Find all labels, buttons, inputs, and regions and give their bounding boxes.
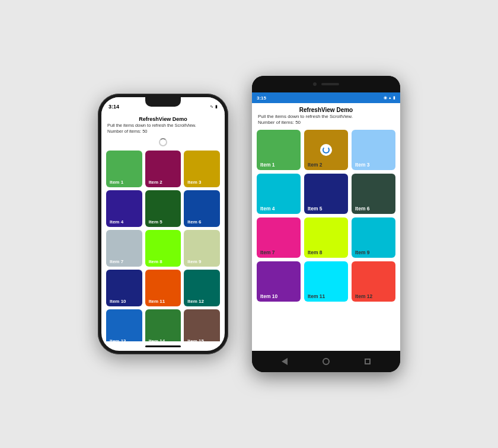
android-phone: 3:15 ◉ ▴ ▮ RefreshView Demo Pull the ite…	[252, 76, 400, 372]
android-grid-item-5[interactable]: Item 5	[304, 174, 348, 214]
android-grid-item-2[interactable]: Item 2	[304, 130, 348, 170]
ios-app-title: RefreshView Demo	[107, 116, 219, 122]
android-navigation-bar	[252, 351, 400, 372]
android-grid-item-8[interactable]: Item 8	[304, 217, 348, 258]
android-grid-item-12[interactable]: Item 12	[352, 261, 395, 302]
ios-home-indicator	[145, 345, 181, 347]
android-items-grid: Item 1Item 2Item 3Item 4Item 5Item 6Item…	[257, 130, 395, 302]
ios-grid-item-6[interactable]: Item 6	[184, 190, 220, 227]
ios-grid-item-13[interactable]: Item 13	[106, 309, 142, 341]
recents-icon	[365, 359, 371, 364]
android-wifi-icon: ▴	[389, 95, 391, 100]
android-app-title: RefreshView Demo	[258, 107, 394, 113]
android-grid-item-6[interactable]: Item 6	[352, 174, 395, 214]
android-status-icons: ◉ ▴ ▮	[384, 95, 395, 100]
ios-subtitle: Pull the items down to refresh the Scrol…	[107, 123, 219, 128]
android-time: 3:15	[257, 95, 266, 101]
android-grid-item-11[interactable]: Item 11	[304, 261, 348, 302]
ios-status-icons: ∿ ▮	[210, 104, 218, 109]
ios-status-bar: 3:14 ∿ ▮	[101, 97, 225, 114]
android-grid-item-7[interactable]: Item 7	[257, 217, 301, 258]
ios-grid-container[interactable]: Item 1Item 2Item 3Item 4Item 5Item 6Item…	[101, 148, 225, 341]
ios-items-grid: Item 1Item 2Item 3Item 4Item 5Item 6Item…	[106, 151, 220, 341]
ios-grid-item-1[interactable]: Item 1	[106, 151, 142, 187]
ios-grid-item-5[interactable]: Item 5	[145, 190, 181, 227]
ios-notch	[145, 97, 181, 107]
android-back-button[interactable]	[280, 357, 289, 366]
refresh-icon	[323, 146, 330, 153]
ios-header: RefreshView Demo Pull the items down to …	[101, 114, 225, 136]
android-subtitle: Pull the items down to refresh the Scrol…	[258, 114, 394, 119]
android-grid-item-3[interactable]: Item 3	[352, 130, 395, 170]
ios-item-count: Number of items: 50	[107, 129, 219, 134]
ios-grid-item-10[interactable]: Item 10	[106, 270, 142, 306]
ios-home-bar	[101, 341, 225, 351]
back-icon	[282, 358, 288, 365]
ios-content: RefreshView Demo Pull the items down to …	[101, 114, 225, 341]
ios-grid-item-15[interactable]: Item 15	[184, 309, 220, 341]
wifi-icon: ∿	[210, 104, 213, 109]
android-front-camera	[313, 82, 317, 86]
ios-grid-item-14[interactable]: Item 14	[145, 309, 181, 341]
ios-grid-item-9[interactable]: Item 9	[184, 230, 220, 267]
ios-grid-item-3[interactable]: Item 3	[184, 151, 220, 187]
ios-grid-item-11[interactable]: Item 11	[145, 270, 181, 306]
ios-screen: 3:14 ∿ ▮ RefreshView Demo Pull the items…	[101, 97, 225, 351]
ios-grid-item-2[interactable]: Item 2	[145, 151, 181, 187]
android-location-icon: ◉	[384, 95, 387, 100]
ios-grid-item-7[interactable]: Item 7	[106, 230, 142, 267]
android-grid-item-4[interactable]: Item 4	[257, 174, 301, 214]
android-battery-icon: ▮	[393, 95, 395, 100]
ios-phone: 3:14 ∿ ▮ RefreshView Demo Pull the items…	[98, 94, 228, 354]
ios-grid-item-12[interactable]: Item 12	[184, 270, 220, 306]
android-speaker	[321, 83, 339, 85]
android-status-bar: 3:15 ◉ ▴ ▮	[252, 92, 400, 103]
refresh-indicator	[320, 144, 332, 156]
android-recents-button[interactable]	[363, 357, 372, 366]
ios-time: 3:14	[108, 104, 119, 110]
loading-spinner	[159, 138, 167, 146]
android-grid-container[interactable]: Item 1Item 2Item 3Item 4Item 5Item 6Item…	[252, 127, 400, 351]
android-home-button[interactable]	[321, 357, 331, 366]
android-screen: 3:15 ◉ ▴ ▮ RefreshView Demo Pull the ite…	[252, 92, 400, 351]
home-icon	[323, 358, 330, 365]
android-grid-item-10[interactable]: Item 10	[257, 261, 301, 302]
android-grid-item-1[interactable]: Item 1	[257, 130, 301, 170]
android-header: RefreshView Demo Pull the items down to …	[252, 103, 400, 127]
ios-grid-item-4[interactable]: Item 4	[106, 190, 142, 227]
android-top-bezel	[252, 76, 400, 92]
android-item-count: Number of items: 50	[258, 120, 394, 125]
android-grid-item-9[interactable]: Item 9	[352, 217, 395, 258]
ios-grid-item-8[interactable]: Item 8	[145, 230, 181, 267]
ios-spinner	[101, 136, 225, 148]
android-content: RefreshView Demo Pull the items down to …	[252, 103, 400, 351]
battery-icon: ▮	[215, 104, 218, 109]
